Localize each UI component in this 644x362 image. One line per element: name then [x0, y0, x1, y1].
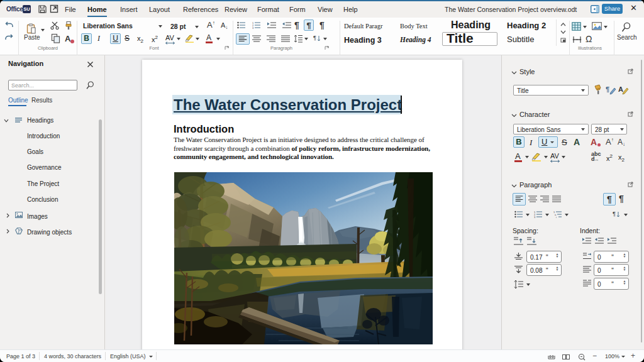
svg-text:3: 3 — [534, 216, 536, 219]
svg-text:3: 3 — [252, 26, 254, 30]
svg-text:¶: ¶ — [606, 85, 609, 93]
svg-text:¶: ¶ — [613, 211, 616, 217]
svg-text:i: i — [556, 216, 557, 219]
svg-text:A: A — [618, 85, 623, 93]
svg-text:¶: ¶ — [313, 35, 316, 41]
